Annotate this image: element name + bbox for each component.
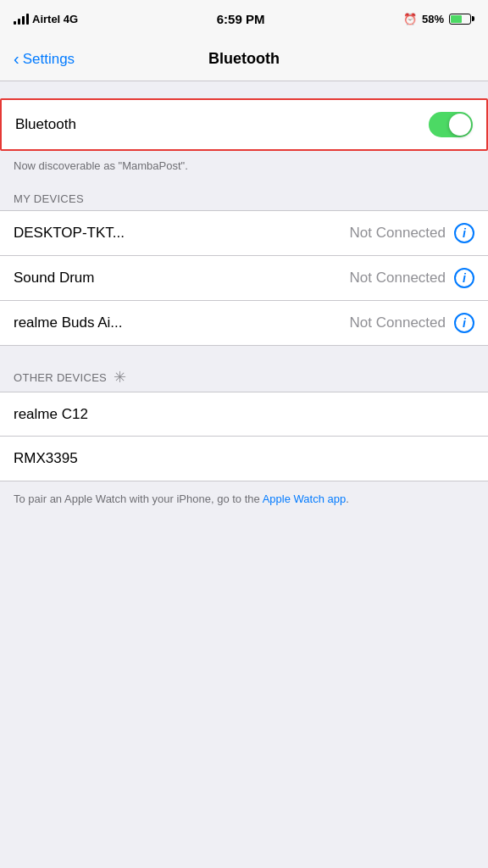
device-name-0: DESKTOP-TKT... [14,225,125,242]
info-button-1[interactable]: i [454,268,474,288]
discoverable-text: Now discoverable as "MambaPost". [0,151,488,186]
info-button-0[interactable]: i [454,223,474,243]
signal-bar-4 [26,14,29,25]
status-right: ⏰ 58% [403,13,474,25]
battery-percent: 58% [422,13,444,25]
device-row-2[interactable]: realme Buds Ai... Not Connected i [0,301,488,345]
signal-bar-1 [14,21,16,25]
signal-bar-2 [18,19,20,25]
device-status-row-2: Not Connected i [350,313,474,333]
other-device-row-0[interactable]: realme C12 [0,392,488,437]
carrier-label: Airtel 4G [32,13,78,25]
bluetooth-row[interactable]: Bluetooth [2,100,486,149]
signal-bar-3 [22,16,25,25]
other-device-name-0: realme C12 [14,406,88,423]
status-bar: Airtel 4G 6:59 PM ⏰ 58% [0,0,488,37]
other-devices-header: OTHER DEVICES ✳ [0,361,488,392]
status-time: 6:59 PM [217,12,265,26]
page-title: Bluetooth [208,50,280,68]
device-status-row-0: Not Connected i [350,223,474,243]
alarm-icon: ⏰ [403,13,417,25]
device-name-2: realme Buds Ai... [14,314,123,331]
other-device-row-1[interactable]: RMX3395 [0,437,488,481]
my-devices-header: MY DEVICES [0,186,488,210]
other-device-name-1: RMX3395 [14,450,78,467]
bluetooth-toggle-container: Bluetooth [0,98,488,151]
section-gap-1 [0,346,488,361]
loading-spinner-icon: ✳ [114,368,126,387]
footer-text: To pair an Apple Watch with your iPhone,… [0,481,488,524]
bluetooth-toggle[interactable] [429,112,473,137]
back-label: Settings [23,51,75,68]
device-row-0[interactable]: DESKTOP-TKT... Not Connected i [0,211,488,256]
status-left: Airtel 4G [14,13,78,25]
signal-bars [14,13,29,25]
device-status-row-1: Not Connected i [350,268,474,288]
footer-text-start: To pair an Apple Watch with your iPhone,… [14,492,263,505]
back-chevron-icon: ‹ [14,50,19,67]
device-status-0: Not Connected [350,225,446,242]
toggle-knob [449,114,471,136]
device-status-2: Not Connected [350,314,446,331]
my-devices-list: DESKTOP-TKT... Not Connected i Sound Dru… [0,210,488,346]
back-button[interactable]: ‹ Settings [14,51,75,68]
other-devices-list: realme C12 RMX3395 [0,392,488,481]
content: Bluetooth Now discoverable as "MambaPost… [0,81,488,524]
device-status-1: Not Connected [350,270,446,287]
other-devices-label: OTHER DEVICES [14,371,107,384]
apple-watch-link[interactable]: Apple Watch app [263,492,347,505]
footer-text-end: . [346,492,349,505]
device-row-1[interactable]: Sound Drum Not Connected i [0,256,488,301]
battery-icon [449,14,474,25]
nav-bar: ‹ Settings Bluetooth [0,37,488,81]
bluetooth-label: Bluetooth [15,116,76,133]
device-name-1: Sound Drum [14,270,94,287]
my-devices-label: MY DEVICES [14,192,84,205]
info-button-2[interactable]: i [454,313,474,333]
